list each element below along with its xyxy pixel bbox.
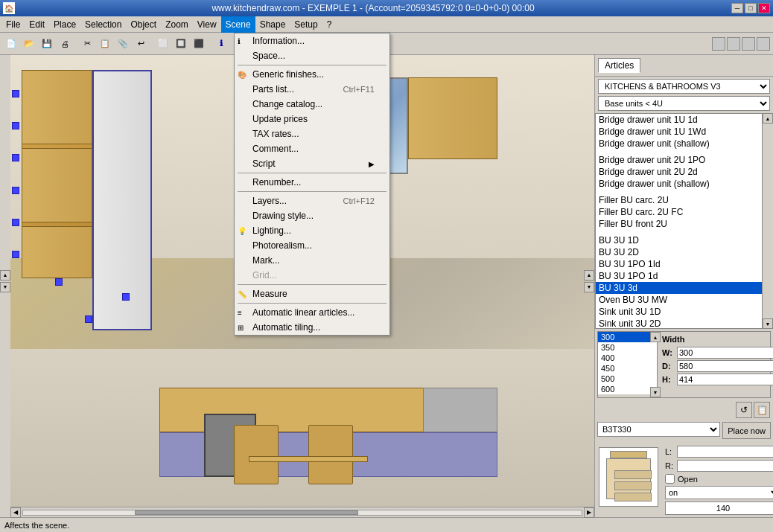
list-item[interactable]: Filler BU carc. 2U [596,194,762,206]
article-scroll-down[interactable]: ▼ [763,318,773,329]
tb-paste[interactable]: 📎 [115,36,131,52]
dim-w-input[interactable] [677,347,773,359]
menu-setup[interactable]: Setup [290,16,322,33]
tb-right1[interactable] [712,37,725,51]
dm-generic-finishes[interactable]: 🎨 Generic finishes... [235,67,389,82]
width-item-500[interactable]: 500 [598,374,657,384]
dim-h-input[interactable] [677,374,773,385]
list-item[interactable]: Bridge drawer unit 2U 1PO [596,154,762,166]
dm-comment[interactable]: Comment... [235,141,389,156]
dm-information[interactable]: ℹ Information... [235,33,389,48]
menu-selection[interactable]: Selection [80,16,126,33]
list-item[interactable]: BU 3U 1PO 1Id [596,258,762,270]
dm-tax-rates[interactable]: TAX rates... [235,126,389,141]
minimize-button[interactable]: ─ [731,3,743,13]
width-scroll-down[interactable]: ▼ [650,387,661,397]
r-input[interactable] [677,460,773,472]
tb-print[interactable]: 🖨 [57,36,73,52]
width-item-350[interactable]: 350 [598,342,657,353]
list-item[interactable]: Oven BU 3U MW [596,294,762,306]
tb-new[interactable]: 📄 [3,36,19,52]
dim-d-input[interactable] [677,360,773,372]
dm-auto-tiling[interactable]: ⊞ Automatic tiling... [235,320,389,335]
hscroll-left[interactable]: ◀ [10,507,21,518]
tb-right2[interactable] [727,37,740,51]
width-scroll-up[interactable]: ▲ [650,332,661,342]
tb-perspective[interactable]: ⬛ [191,36,207,52]
height-input[interactable] [665,501,773,515]
tb-cut[interactable]: ✂ [79,36,95,52]
dm-layers[interactable]: Layers... Ctrl+F12 [235,193,389,208]
titlebar: 🏠 www.kitchendraw.com - EXEMPLE 1 - (Acc… [0,0,773,16]
canvas-right-scroll-down[interactable]: ▼ [584,282,594,292]
list-item[interactable]: Filler BU front 2U [596,218,762,230]
menu-place[interactable]: Place [49,16,80,33]
list-item[interactable]: BU 3U 2D [596,246,762,258]
article-scroll-up[interactable]: ▲ [763,113,773,124]
tb-3d[interactable]: 🔲 [173,36,189,52]
dm-parts-list[interactable]: Parts list... Ctrl+F11 [235,82,389,97]
catalog-section: KITCHENS & BATHROOMS V3 Base units < 4U [595,77,773,113]
tb-undo[interactable]: ↩ [133,36,149,52]
dm-lighting[interactable]: 💡 Lighting... [235,223,389,238]
dm-renumber[interactable]: Renumber... [235,175,389,190]
canvas-right-scroll-up[interactable]: ▲ [584,270,594,281]
dm-drawing-style[interactable]: Drawing style... [235,208,389,223]
canvas-left-scroll-down[interactable]: ▼ [0,282,10,292]
width-item-400[interactable]: 400 [598,353,657,363]
menu-object[interactable]: Object [126,16,161,33]
list-item[interactable]: BU 3U 1PO 1d [596,270,762,282]
tab-articles[interactable]: Articles [598,58,640,73]
list-item[interactable]: Filler BU carc. 2U FC [596,206,762,218]
width-item-600[interactable]: 600 [598,384,657,394]
menu-file[interactable]: File [1,16,25,33]
list-item[interactable]: Bridge drawer unit (shallow) [596,138,762,150]
tb-save[interactable]: 💾 [39,36,55,52]
menu-zoom[interactable]: Zoom [161,16,193,33]
dm-measure[interactable]: 📏 Measure [235,286,389,301]
tb-right3[interactable] [742,37,755,51]
dm-auto-linear[interactable]: ≡ Automatic linear articles... [235,305,389,320]
menu-edit[interactable]: Edit [25,16,49,33]
tb-open[interactable]: 📂 [21,36,37,52]
width-item-300[interactable]: 300 [598,332,657,342]
dm-change-catalog[interactable]: Change catalog... [235,97,389,112]
l-input[interactable] [677,446,773,458]
maximize-button[interactable]: □ [745,3,757,13]
list-item[interactable]: Bridge drawer unit 1U 1Wd [596,126,762,138]
menu-shape[interactable]: Shape [255,16,290,33]
tb-floor[interactable]: ⬜ [155,36,171,52]
list-item[interactable]: BU 3U 1D [596,234,762,246]
list-item[interactable]: Bridge drawer unit (shallow) [596,178,762,190]
dm-script[interactable]: Script ▶ [235,156,389,171]
model-select[interactable]: B3T330 [597,422,720,437]
hscroll-thumb[interactable] [135,510,358,515]
tb-info[interactable]: ℹ [213,36,229,52]
menu-help[interactable]: ? [322,16,337,33]
dm-photorealism[interactable]: Photorealism... [235,238,389,253]
dm-mark[interactable]: Mark... [235,253,389,268]
tb-copy[interactable]: 📋 [97,36,113,52]
refresh-icon[interactable]: ↺ [736,402,752,418]
hscroll-right[interactable]: ▶ [584,507,594,518]
reset-icon[interactable]: 📋 [754,402,770,418]
on-select[interactable]: on [665,486,773,499]
canvas-left-scroll-up[interactable]: ▲ [0,270,10,281]
dm-space[interactable]: Space... [235,48,389,63]
list-item[interactable]: Sink unit 3U 1D [596,306,762,318]
place-now-button[interactable]: Place now [722,422,771,439]
menu-view[interactable]: View [193,16,221,33]
open-checkbox[interactable] [665,474,675,484]
list-item[interactable]: Bridge drawer unit 2U 2d [596,166,762,178]
filter-dropdown[interactable]: Base units < 4U [598,96,770,111]
list-item-selected[interactable]: BU 3U 3d [596,282,762,294]
tb-right4[interactable] [757,37,770,51]
list-item[interactable]: Sink unit 3U 2D [596,318,762,329]
close-button[interactable]: ✕ [758,3,770,13]
width-item-450[interactable]: 450 [598,363,657,374]
menu-scene[interactable]: Scene [221,16,255,33]
list-item[interactable]: Bridge drawer unit 1U 1d [596,114,762,126]
hscroll-track[interactable] [22,510,582,516]
catalog-dropdown[interactable]: KITCHENS & BATHROOMS V3 [598,79,770,94]
dm-update-prices[interactable]: Update prices [235,112,389,126]
